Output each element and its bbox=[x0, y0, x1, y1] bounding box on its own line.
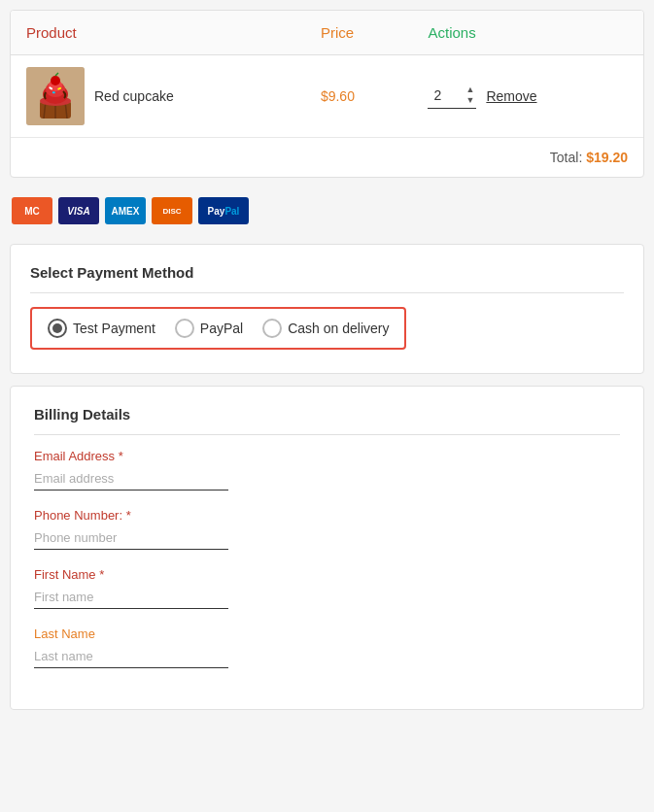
quantity-wrapper: ▲ ▼ bbox=[428, 85, 476, 109]
payment-section: Select Payment Method Test Payment PayPa… bbox=[10, 244, 644, 374]
payment-method-test[interactable]: Test Payment bbox=[48, 319, 155, 338]
phone-group: Phone Number: * bbox=[34, 508, 620, 550]
payment-label-test: Test Payment bbox=[73, 321, 155, 336]
amex-icon: AMEX bbox=[105, 197, 146, 224]
billing-section: Billing Details Email Address * Phone Nu… bbox=[10, 386, 644, 710]
email-input[interactable] bbox=[34, 467, 228, 491]
discover-icon: DISC bbox=[152, 197, 192, 224]
product-price: $9.60 bbox=[305, 55, 413, 138]
total-amount: $19.20 bbox=[586, 150, 628, 165]
col-header-actions: Actions bbox=[412, 11, 643, 55]
phone-label: Phone Number: * bbox=[34, 508, 620, 523]
radio-paypal bbox=[175, 319, 194, 338]
product-image bbox=[26, 67, 85, 125]
firstname-input[interactable] bbox=[34, 586, 228, 609]
payment-label-paypal: PayPal bbox=[200, 321, 243, 336]
firstname-group: First Name * bbox=[34, 567, 620, 609]
email-group: Email Address * bbox=[34, 449, 620, 491]
email-label: Email Address * bbox=[34, 449, 620, 463]
payment-method-paypal[interactable]: PayPal bbox=[175, 319, 243, 338]
col-header-product: Product bbox=[11, 11, 305, 55]
col-header-price: Price bbox=[305, 11, 413, 55]
table-row: Red cupcake $9.60 ▲ ▼ Remove bbox=[11, 55, 643, 138]
cart-card: Product Price Actions bbox=[10, 10, 644, 178]
mastercard-icon: MC bbox=[12, 197, 52, 224]
paypal-icon: PayPal bbox=[198, 197, 249, 224]
remove-button[interactable]: Remove bbox=[486, 88, 536, 104]
payment-method-cod[interactable]: Cash on delivery bbox=[262, 319, 389, 338]
product-actions: ▲ ▼ Remove bbox=[412, 55, 643, 138]
payment-section-title: Select Payment Method bbox=[30, 264, 624, 293]
quantity-up-button[interactable]: ▲ bbox=[464, 85, 476, 95]
payment-methods-box: Test Payment PayPal Cash on delivery bbox=[30, 307, 406, 350]
firstname-label: First Name * bbox=[34, 567, 620, 582]
total-cell: Total: $19.20 bbox=[11, 138, 643, 178]
svg-point-9 bbox=[51, 76, 60, 85]
phone-input[interactable] bbox=[34, 526, 228, 550]
cart-table: Product Price Actions bbox=[11, 11, 643, 177]
product-name: Red cupcake bbox=[94, 88, 174, 104]
quantity-down-button[interactable]: ▼ bbox=[464, 95, 476, 106]
quantity-input[interactable] bbox=[428, 87, 462, 103]
lastname-label: Last Name bbox=[34, 626, 620, 641]
lastname-input[interactable] bbox=[34, 645, 228, 668]
visa-icon: VISA bbox=[58, 197, 99, 224]
total-row: Total: $19.20 bbox=[11, 138, 643, 178]
payment-icons-row: MC VISA AMEX DISC PayPal bbox=[10, 189, 644, 232]
lastname-group: Last Name bbox=[34, 626, 620, 668]
radio-test-inner bbox=[52, 323, 62, 333]
radio-cod bbox=[262, 319, 282, 338]
billing-title: Billing Details bbox=[34, 406, 620, 435]
total-label: Total: bbox=[550, 150, 582, 165]
payment-label-cod: Cash on delivery bbox=[288, 321, 389, 336]
quantity-spinners: ▲ ▼ bbox=[464, 85, 476, 106]
product-cell: Red cupcake bbox=[11, 55, 305, 138]
radio-test bbox=[48, 319, 67, 338]
